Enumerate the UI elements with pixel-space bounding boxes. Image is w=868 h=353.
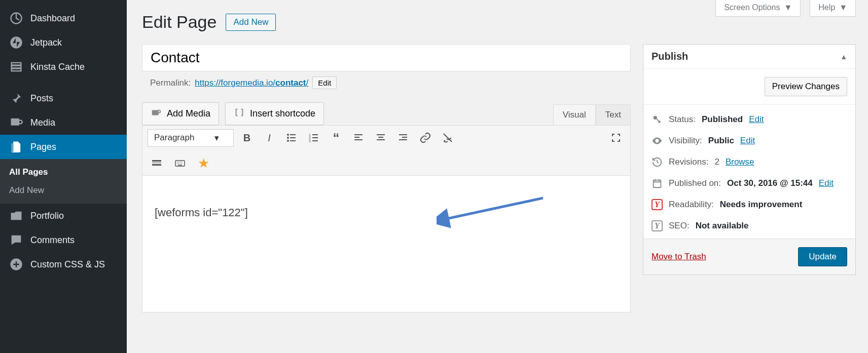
tab-text[interactable]: Text xyxy=(596,104,631,125)
sidebar-item-customcss[interactable]: Custom CSS & JS xyxy=(0,252,127,277)
svg-rect-22 xyxy=(354,134,363,135)
sidebar-label: Comments xyxy=(30,235,75,246)
sidebar-item-comments[interactable]: Comments xyxy=(0,228,127,252)
svg-rect-30 xyxy=(399,139,407,140)
format-value: Paragraph xyxy=(154,133,194,143)
yoast-readability-icon: Y xyxy=(652,199,663,210)
svg-rect-5 xyxy=(11,119,19,126)
svg-rect-27 xyxy=(377,139,385,140)
visibility-value: Public xyxy=(708,136,734,146)
database-icon xyxy=(9,60,23,74)
preview-changes-button[interactable]: Preview Changes xyxy=(765,77,847,96)
publish-heading: Publish xyxy=(652,51,688,62)
post-title-input[interactable] xyxy=(142,44,631,71)
admin-sidebar: Dashboard Jetpack Kinsta Cache Posts Med… xyxy=(0,0,127,353)
align-left-button[interactable] xyxy=(349,129,368,147)
main-content: Screen Options ▼ Help ▼ Edit Page Add Ne… xyxy=(127,0,868,353)
keyboard-button[interactable] xyxy=(171,154,189,172)
submenu-all-pages[interactable]: All Pages xyxy=(0,163,127,181)
sidebar-item-dashboard[interactable]: Dashboard xyxy=(0,6,127,30)
blockquote-button[interactable]: “ xyxy=(327,129,345,147)
svg-point-10 xyxy=(287,134,289,136)
camera-icon xyxy=(151,107,162,121)
status-value: Published xyxy=(702,114,743,125)
help-tab[interactable]: Help ▼ xyxy=(810,0,856,17)
align-right-button[interactable] xyxy=(394,129,412,147)
collapse-icon[interactable]: ▲ xyxy=(840,53,847,61)
star-icon[interactable]: ★ xyxy=(194,154,212,172)
add-media-button[interactable]: Add Media xyxy=(142,102,219,125)
bold-button[interactable]: B xyxy=(238,129,256,147)
comments-icon xyxy=(9,233,23,247)
caret-down-icon: ▾ xyxy=(214,133,219,143)
visibility-label: Visibility: xyxy=(669,136,702,146)
insert-shortcode-button[interactable]: Insert shortcode xyxy=(225,102,324,125)
numbered-list-button[interactable]: 123 xyxy=(305,129,323,147)
editor-content[interactable]: [weforms id="122"] xyxy=(142,176,631,312)
sidebar-item-media[interactable]: Media xyxy=(0,110,127,135)
svg-text:3: 3 xyxy=(309,139,311,143)
unlink-button[interactable] xyxy=(439,129,457,147)
svg-rect-33 xyxy=(152,164,161,166)
move-to-trash-link[interactable]: Move to Trash xyxy=(652,252,706,262)
sidebar-item-posts[interactable]: Posts xyxy=(0,86,127,110)
svg-rect-19 xyxy=(312,137,318,138)
add-media-label: Add Media xyxy=(167,108,210,119)
seo-row: Y SEO: Not available xyxy=(652,215,847,237)
insert-shortcode-label: Insert shortcode xyxy=(250,108,315,119)
permalink-link[interactable]: https://forgemedia.io/contact/ xyxy=(195,78,308,88)
screen-options-tab[interactable]: Screen Options ▼ xyxy=(715,0,801,17)
align-center-button[interactable] xyxy=(372,129,390,147)
add-new-button[interactable]: Add New xyxy=(226,14,276,31)
permalink-edit-button[interactable]: Edit xyxy=(312,76,337,89)
jetpack-icon xyxy=(9,35,23,50)
publish-metabox: Publish ▲ Preview Changes Status: Publis… xyxy=(643,44,856,275)
editor-toolbar: Paragraph ▾ B I 123 “ ★ xyxy=(142,125,631,176)
history-icon xyxy=(652,156,663,168)
published-value: Oct 30, 2016 @ 15:44 xyxy=(727,178,813,188)
update-button[interactable]: Update xyxy=(798,247,847,266)
published-edit-link[interactable]: Edit xyxy=(819,178,834,188)
fullscreen-button[interactable] xyxy=(607,129,625,147)
readability-label: Readability: xyxy=(669,200,714,210)
permalink-row: Permalink: https://forgemedia.io/contact… xyxy=(142,76,631,89)
more-block-button[interactable] xyxy=(148,154,166,172)
visibility-edit-link[interactable]: Edit xyxy=(740,136,755,146)
submenu-add-new[interactable]: Add New xyxy=(0,181,127,200)
svg-rect-13 xyxy=(290,137,296,138)
plus-circle-icon xyxy=(9,257,23,271)
sidebar-item-kinsta[interactable]: Kinsta Cache xyxy=(0,55,127,79)
sidebar-label: Posts xyxy=(30,93,53,104)
sidebar-label: Custom CSS & JS xyxy=(30,259,105,270)
status-row: Status: Published Edit xyxy=(652,109,847,130)
svg-point-14 xyxy=(287,140,289,142)
svg-line-35 xyxy=(444,198,543,219)
italic-button[interactable]: I xyxy=(260,129,278,147)
bullet-list-button[interactable] xyxy=(282,129,301,147)
svg-rect-32 xyxy=(152,163,161,163)
svg-rect-15 xyxy=(290,140,296,141)
screen-meta-tabs: Screen Options ▼ Help ▼ xyxy=(715,0,856,17)
svg-rect-17 xyxy=(312,134,318,135)
page-title: Edit Page xyxy=(142,12,216,32)
format-select[interactable]: Paragraph ▾ xyxy=(148,129,234,147)
sidebar-item-pages[interactable]: Pages xyxy=(0,135,127,159)
link-button[interactable] xyxy=(416,129,435,147)
published-label: Published on: xyxy=(669,178,721,188)
sidebar-item-portfolio[interactable]: Portfolio xyxy=(0,204,127,228)
revisions-browse-link[interactable]: Browse xyxy=(726,157,754,167)
revisions-label: Revisions: xyxy=(669,157,708,167)
visibility-row: Visibility: Public Edit xyxy=(652,130,847,151)
sidebar-label: Portfolio xyxy=(30,211,64,221)
svg-rect-24 xyxy=(354,139,363,140)
status-edit-link[interactable]: Edit xyxy=(749,114,764,125)
dashboard-icon xyxy=(9,11,23,25)
svg-rect-23 xyxy=(354,137,359,138)
revisions-value: 2 xyxy=(714,157,719,167)
sidebar-label: Pages xyxy=(30,142,56,152)
tab-visual[interactable]: Visual xyxy=(553,104,596,125)
svg-rect-37 xyxy=(654,180,661,188)
sidebar-item-jetpack[interactable]: Jetpack xyxy=(0,30,127,55)
yoast-seo-icon: Y xyxy=(652,220,663,231)
caret-down-icon: ▼ xyxy=(839,3,847,12)
